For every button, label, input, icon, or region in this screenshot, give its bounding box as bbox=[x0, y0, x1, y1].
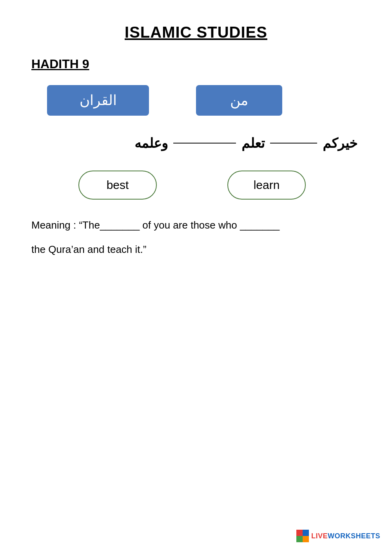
oval-learn[interactable]: learn bbox=[227, 171, 306, 200]
hadith-heading: HADITH 9 bbox=[31, 57, 361, 71]
liveworksheets-logo: LIVEWORKSHEETS bbox=[296, 530, 380, 542]
logo-icon bbox=[296, 530, 309, 542]
arabic-word-1: خيركم bbox=[323, 135, 358, 151]
oval-best[interactable]: best bbox=[78, 171, 157, 200]
svg-rect-0 bbox=[296, 530, 303, 536]
blank-2 bbox=[173, 143, 236, 143]
arabic-box-quran: القران bbox=[47, 85, 149, 116]
svg-rect-2 bbox=[296, 536, 303, 542]
oval-row: best learn bbox=[31, 171, 361, 200]
meaning-line-2: the Qura’an and teach it.” bbox=[31, 242, 361, 258]
svg-rect-1 bbox=[303, 530, 309, 536]
arabic-word-3: وعلمه bbox=[134, 135, 168, 151]
svg-rect-3 bbox=[303, 536, 309, 542]
page: ISLAMIC STUDIES HADITH 9 القران من وعلمه… bbox=[0, 0, 392, 554]
page-title: ISLAMIC STUDIES bbox=[31, 24, 361, 41]
logo-text: LIVEWORKSHEETS bbox=[311, 532, 380, 540]
arabic-boxes-row: القران من bbox=[31, 85, 361, 116]
arabic-sentence-line: وعلمه تعلم خيركم bbox=[31, 135, 361, 151]
blank-1 bbox=[270, 143, 317, 143]
meaning-line-1: Meaning : “The_______ of you are those w… bbox=[31, 217, 361, 234]
arabic-box-min: من bbox=[196, 85, 282, 116]
arabic-word-2: تعلم bbox=[241, 135, 265, 151]
